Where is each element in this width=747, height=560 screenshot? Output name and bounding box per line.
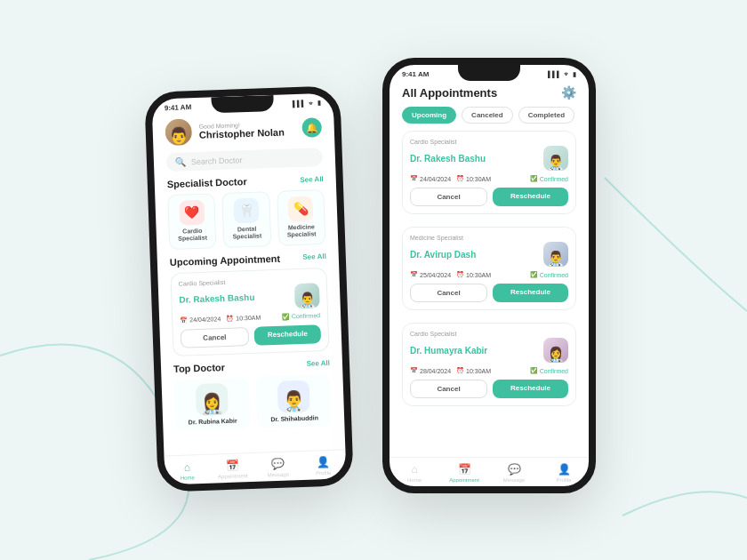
specialist-section-header: Specialist Doctor See All bbox=[167, 173, 324, 189]
cancel-btn-appt-1[interactable]: Cancel bbox=[410, 188, 487, 206]
appt-2-thumb: 👨‍⚕️ bbox=[543, 242, 568, 267]
reschedule-btn-appt-3[interactable]: Reschedule bbox=[493, 380, 568, 398]
filter-icon[interactable]: ⚙️ bbox=[561, 85, 576, 100]
card-1-actions: Cancel Reschedule bbox=[181, 324, 322, 348]
appt-1-date: 24/04/2024 bbox=[420, 176, 451, 182]
nav-message-1[interactable]: 💬 Message bbox=[255, 457, 301, 478]
page-title: All Appointments bbox=[402, 86, 497, 100]
home-icon-2: ⌂ bbox=[411, 463, 417, 476]
appt-2-date: 25/04/2024 bbox=[420, 272, 451, 278]
medicine-icon: 💊 bbox=[288, 196, 314, 221]
home-icon-1: ⌂ bbox=[184, 460, 191, 473]
cardio-label: CardioSpecialist bbox=[178, 228, 207, 244]
doctor-card-2[interactable]: 👨‍⚕️ Dr. Shihabuddin bbox=[255, 374, 332, 428]
status-icons-1: ▌▌▌ ᯤ ▮ bbox=[293, 100, 321, 108]
confirmed-badge-1: ✅ Confirmed bbox=[282, 312, 321, 321]
search-placeholder: Search Doctor bbox=[191, 156, 243, 166]
card-1-info: 📅 24/04/2024 ⏰ 10:30AM ✅ Confirmed bbox=[180, 312, 320, 324]
specialist-cardio[interactable]: ❤️ CardioSpecialist bbox=[167, 193, 216, 250]
phone-2: 9:41 AM ▌▌▌ ᯤ ▮ All Appointments ⚙️ Upco… bbox=[382, 58, 596, 493]
appt-3-status: Confirmed bbox=[540, 368, 568, 374]
appt-3-actions: Cancel Reschedule bbox=[410, 380, 568, 398]
status-text: Confirmed bbox=[292, 313, 321, 320]
appt-3-info: 📅 28/04/2024 ⏰ 10:30AM ✅ Confirmed bbox=[410, 367, 568, 374]
appt-3-time-chip: ⏰ 10:30AM bbox=[456, 367, 491, 374]
top-doctor-header: Top Doctor See All bbox=[173, 358, 330, 374]
appt-2-actions: Cancel Reschedule bbox=[410, 284, 568, 302]
search-bar[interactable]: 🔍 Search Doctor bbox=[166, 148, 324, 172]
avatar-1: 👨 bbox=[165, 118, 192, 146]
appt-1-badge: ✅ Confirmed bbox=[530, 175, 568, 182]
cancel-btn-appt-2[interactable]: Cancel bbox=[410, 284, 487, 302]
cardio-icon: ❤️ bbox=[179, 200, 205, 226]
upcoming-title: Upcoming Appointment bbox=[170, 253, 281, 268]
clock-icon-2: ⏰ bbox=[456, 175, 464, 182]
nav-message-2[interactable]: 💬 Message bbox=[489, 463, 539, 483]
appt-1-name: Dr. Rakesh Bashu bbox=[410, 154, 486, 164]
doctor-avatar-shihab: 👨‍⚕️ bbox=[277, 380, 310, 412]
nav-home-1[interactable]: ⌂ Home bbox=[165, 460, 211, 482]
tab-upcoming[interactable]: Upcoming bbox=[402, 107, 456, 124]
tab-canceled[interactable]: Canceled bbox=[462, 107, 513, 124]
header-row-1: 👨 Good Morning! Christopher Nolan 🔔 bbox=[165, 114, 322, 146]
appt-1-date-chip: 📅 24/04/2024 bbox=[410, 175, 451, 182]
appt-1-specialty: Cardio Specialist bbox=[410, 139, 568, 145]
home-label-1: Home bbox=[181, 475, 195, 481]
calendar-icon-2: 📅 bbox=[410, 175, 418, 182]
time-value: 10:30AM bbox=[236, 315, 261, 322]
message-label-1: Message bbox=[268, 472, 290, 478]
nav-profile-1[interactable]: 👤 Profile bbox=[301, 455, 347, 476]
reschedule-btn-appt-1[interactable]: Reschedule bbox=[493, 188, 568, 206]
appointments-list: Cardio Specialist Dr. Rakesh Bashu 👨‍⚕️ … bbox=[402, 131, 576, 457]
specialist-see-all[interactable]: See All bbox=[300, 175, 324, 184]
appointment-label-2: Appointment bbox=[449, 477, 479, 483]
appointment-icon-1: 📅 bbox=[226, 460, 239, 473]
nav-appointment-2[interactable]: 📅 Appointment bbox=[439, 463, 489, 483]
card-1-doctor-row: Dr. Rakesh Bashu 👨‍⚕️ bbox=[179, 283, 320, 312]
profile-icon-2: 👤 bbox=[558, 463, 571, 476]
top-doctor-see-all[interactable]: See All bbox=[306, 359, 330, 368]
appt-2-date-chip: 📅 25/04/2024 bbox=[410, 271, 451, 278]
check-icon-3: ✅ bbox=[530, 271, 538, 278]
nav-profile-2[interactable]: 👤 Profile bbox=[539, 463, 589, 483]
appt-2-name: Dr. Avirup Dash bbox=[410, 250, 476, 260]
cancel-btn-appt-3[interactable]: Cancel bbox=[410, 380, 487, 398]
upcoming-see-all[interactable]: See All bbox=[302, 252, 326, 261]
specialist-medicine[interactable]: 💊 MedicineSpecialist bbox=[277, 189, 325, 246]
nav-appointment-1[interactable]: 📅 Appointment bbox=[210, 459, 256, 480]
appt-3-doctor-row: Dr. Humayra Kabir 👩‍⚕️ bbox=[410, 338, 568, 363]
nav-home-2[interactable]: ⌂ Home bbox=[390, 463, 439, 483]
appt-1-time-chip: ⏰ 10:30AM bbox=[456, 175, 491, 182]
check-icon-2: ✅ bbox=[530, 175, 538, 182]
appt-3-date-chip: 📅 28/04/2024 bbox=[410, 367, 451, 374]
appt-2-badge: ✅ Confirmed bbox=[530, 271, 568, 278]
appt-1-info: 📅 24/04/2024 ⏰ 10:30AM ✅ Confirmed bbox=[410, 175, 568, 182]
calendar-icon-3: 📅 bbox=[410, 271, 418, 278]
upcoming-section-header: Upcoming Appointment See All bbox=[170, 252, 326, 268]
appt-2-status: Confirmed bbox=[540, 272, 568, 278]
appt-2-time-chip: ⏰ 10:30AM bbox=[456, 271, 491, 278]
appt-2-info: 📅 25/04/2024 ⏰ 10:30AM ✅ Confirmed bbox=[410, 271, 568, 278]
reschedule-btn-appt-2[interactable]: Reschedule bbox=[493, 284, 568, 302]
appointment-label-1: Appointment bbox=[218, 473, 248, 479]
doctor-card-1[interactable]: 👩‍⚕️ Dr. Rubina Kabir bbox=[174, 377, 251, 431]
phone-1-content: 👨 Good Morning! Christopher Nolan 🔔 🔍 Se… bbox=[152, 108, 345, 456]
time-1: 9:41 AM bbox=[165, 103, 192, 112]
specialist-title: Specialist Doctor bbox=[167, 176, 247, 189]
card-1-doctor-name: Dr. Rakesh Bashu bbox=[179, 292, 254, 305]
appt-1-thumb: 👨‍⚕️ bbox=[543, 146, 568, 171]
cancel-button-1[interactable]: Cancel bbox=[181, 327, 250, 348]
notch-1 bbox=[211, 95, 274, 113]
time-chip: ⏰ 10:30AM bbox=[226, 314, 261, 322]
notification-icon[interactable]: 🔔 bbox=[301, 117, 322, 138]
specialist-dental[interactable]: 🦷 DentalSpecialist bbox=[222, 191, 271, 248]
tab-completed[interactable]: Completed bbox=[518, 107, 574, 124]
page-title-row: All Appointments ⚙️ bbox=[402, 85, 576, 100]
medicine-label: MedicineSpecialist bbox=[286, 223, 316, 239]
appointment-icon-2: 📅 bbox=[458, 463, 471, 476]
reschedule-button-1[interactable]: Reschedule bbox=[253, 324, 321, 346]
appt-3-name: Dr. Humayra Kabir bbox=[410, 346, 487, 356]
doctor-thumb-1: 👨‍⚕️ bbox=[294, 283, 320, 308]
dental-icon: 🦷 bbox=[233, 198, 259, 224]
clock-icon: ⏰ bbox=[226, 315, 234, 322]
